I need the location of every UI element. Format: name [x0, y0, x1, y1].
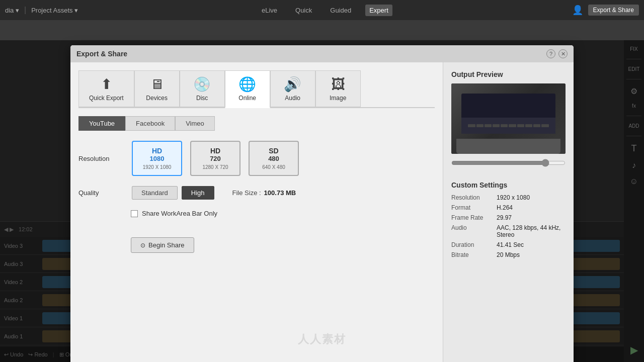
res-sd480-label: SD [269, 147, 278, 155]
modal-overlay: Export & Share ? ✕ ⬆ Quick Export [0, 40, 644, 362]
settings-key: Format [451, 204, 497, 211]
online-icon: 🌐 [238, 76, 256, 93]
settings-val: 1920 x 1080 [497, 194, 566, 201]
audio-icon: 🔊 [284, 76, 301, 93]
settings-val: 20 Mbps [497, 251, 566, 258]
key [525, 124, 532, 127]
settings-key: Resolution [451, 194, 497, 201]
tab-expert[interactable]: Expert [365, 5, 392, 16]
key [476, 124, 484, 127]
separator: | [24, 6, 26, 15]
image-icon: 🖼 [331, 76, 345, 93]
laptop-screen [461, 94, 555, 134]
dialog-help-button[interactable]: ? [546, 49, 555, 58]
res-sd480-sub: 480 [268, 155, 279, 162]
res-sd480-size: 640 X 480 [262, 164, 285, 170]
top-bar: dia ▾ | Project Assets ▾ eLive Quick Gui… [0, 0, 644, 20]
resolution-sd480[interactable]: SD 480 640 X 480 [249, 141, 299, 176]
sub-tab-youtube[interactable]: YouTube [78, 116, 125, 131]
settings-key: Duration [451, 241, 497, 248]
export-share-button[interactable]: Export & Share [588, 5, 639, 16]
res-hd1080-size: 1920 X 1080 [143, 164, 172, 170]
file-size-value: 100.73 MB [264, 189, 296, 197]
tab-quick[interactable]: Quick [291, 5, 316, 16]
checkbox-row: Share WorkArea Bar Only [131, 210, 435, 217]
settings-bitrate: Bitrate 20 Mbps [451, 251, 566, 258]
settings-key: Audio [451, 224, 497, 238]
quality-standard-button[interactable]: Standard [132, 186, 178, 200]
begin-share-label: Begin Share [148, 241, 185, 249]
disc-icon: 💿 [193, 76, 211, 93]
devices-label: Devices [146, 95, 168, 102]
share-workarea-label: Share WorkArea Bar Only [142, 210, 217, 217]
resolution-boxes: HD 1080 1920 X 1080 HD 720 1280 X 720 SD [132, 141, 299, 176]
preview-slider[interactable] [451, 159, 566, 167]
settings-duration: Duration 41.41 Sec [451, 241, 566, 248]
custom-settings-title: Custom Settings [451, 181, 566, 189]
online-label: Online [238, 95, 256, 102]
app-title: dia ▾ [5, 7, 19, 14]
sub-tab-vimeo[interactable]: Vimeo [175, 116, 215, 131]
key [493, 124, 500, 127]
tab-audio[interactable]: 🔊 Audio [270, 70, 315, 107]
settings-framerate: Frame Rate 29.97 [451, 214, 566, 221]
quick-export-label: Quick Export [89, 95, 124, 102]
laptop-base [456, 139, 560, 154]
key [517, 124, 524, 127]
res-hd1080-sub: 1080 [150, 155, 165, 162]
keyboard-area [461, 118, 555, 134]
preview-slider-container [451, 159, 566, 175]
output-preview-title: Output Preview [451, 70, 566, 78]
resolution-label: Resolution [78, 155, 124, 162]
begin-share-container: ⊙ Begin Share [131, 237, 435, 253]
dialog-title: Export & Share [76, 50, 127, 58]
settings-key: Frame Rate [451, 214, 497, 221]
key [509, 124, 516, 127]
key [541, 124, 548, 127]
quality-label: Quality [78, 189, 124, 197]
resolution-hd720[interactable]: HD 720 1280 X 720 [190, 141, 240, 176]
top-tabs: eLive Quick Guided Expert [258, 5, 392, 16]
quick-export-icon: ⬆ [101, 76, 112, 93]
settings-val: H.264 [497, 204, 566, 211]
sub-tab-facebook[interactable]: Facebook [125, 116, 175, 131]
resolution-hd1080[interactable]: HD 1080 1920 X 1080 [132, 141, 182, 176]
res-hd720-label: HD [210, 147, 220, 155]
settings-format: Format H.264 [451, 204, 566, 211]
tab-disc[interactable]: 💿 Disc [180, 70, 225, 107]
settings-resolution: Resolution 1920 x 1080 [451, 194, 566, 201]
settings-val: 29.97 [497, 214, 566, 221]
project-assets[interactable]: Project Assets ▾ [31, 7, 78, 14]
tab-quick-export[interactable]: ⬆ Quick Export [78, 70, 134, 107]
res-hd720-sub: 720 [210, 155, 221, 162]
res-hd720-size: 1280 X 720 [202, 164, 228, 170]
begin-share-cursor-icon: ⊙ [140, 242, 145, 249]
resolution-row: Resolution HD 1080 1920 X 1080 HD 720 12… [78, 141, 435, 176]
disc-label: Disc [196, 95, 208, 102]
export-share-dialog: Export & Share ? ✕ ⬆ Quick Export [70, 45, 574, 362]
sub-tabs: YouTube Facebook Vimeo [78, 116, 435, 131]
begin-share-button[interactable]: ⊙ Begin Share [131, 237, 194, 253]
tab-image[interactable]: 🖼 Image [315, 70, 361, 107]
quality-high-button[interactable]: High [182, 186, 214, 200]
tab-elive[interactable]: eLive [258, 5, 281, 16]
tab-devices[interactable]: 🖥 Devices [134, 70, 180, 107]
res-hd1080-label: HD [152, 147, 162, 155]
preview-laptop [451, 83, 566, 154]
icon-tabs: ⬆ Quick Export 🖥 Devices 💿 Disc 🌐 [78, 70, 435, 108]
quality-row: Quality Standard High File Size : 100.73… [78, 186, 435, 200]
share-workarea-checkbox[interactable] [131, 210, 138, 217]
dialog-close-button[interactable]: ✕ [558, 49, 568, 58]
output-preview-image [451, 83, 566, 154]
dialog-controls: ? ✕ [546, 49, 568, 58]
tab-guided[interactable]: Guided [326, 5, 355, 16]
settings-key: Bitrate [451, 251, 497, 258]
user-icon[interactable]: 👤 [572, 5, 583, 16]
tab-online[interactable]: 🌐 Online [225, 70, 270, 108]
image-label: Image [330, 95, 346, 102]
devices-icon: 🖥 [150, 76, 164, 93]
dialog-right: Output Preview [443, 62, 574, 362]
settings-val: AAC, 128 kbps, 44 kHz, Stereo [497, 224, 566, 238]
main-bg: ◀ ▶ 12:02 Video 3 Audio 3 Video 2 Audio … [0, 20, 644, 362]
quality-options: Standard High [132, 186, 214, 200]
